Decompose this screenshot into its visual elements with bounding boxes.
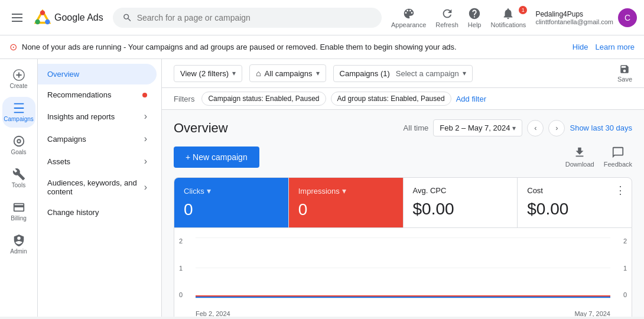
campaigns-icon	[12, 102, 25, 115]
create-label: Create	[9, 83, 27, 90]
appearance-label: Appearance	[391, 21, 426, 28]
goals-label: Goals	[11, 149, 26, 156]
sidebar-item-insights[interactable]: Insights and reports ›	[38, 105, 157, 128]
clicks-dropdown-icon[interactable]: ▾	[207, 186, 211, 196]
sidebar-item-change-history[interactable]: Change history	[38, 202, 157, 223]
billing-label: Billing	[11, 215, 27, 222]
grid-line-mid	[196, 268, 610, 268]
notification-text: None of your ads are running - Your camp…	[22, 43, 568, 51]
avg-cpc-metric-card: Avg. CPC $0.00	[404, 178, 518, 227]
hamburger-menu[interactable]	[7, 9, 27, 27]
campaigns-select-dropdown[interactable]: Campaigns (1) Select a campaign ▾	[333, 65, 473, 82]
account-email: clinttfontanella@gmail.com	[535, 18, 613, 25]
notifications-icon	[502, 7, 515, 20]
avg-cpc-header: Avg. CPC	[413, 186, 508, 195]
y-label-2-right: 2	[623, 237, 627, 245]
feedback-button[interactable]: Feedback	[604, 146, 632, 168]
filters-bar: Filters Campaign status: Enabled, Paused…	[162, 88, 644, 110]
nav-item-tools[interactable]: Tools	[2, 163, 35, 194]
logo-text: Google Ads	[54, 12, 103, 23]
sidebar-item-assets[interactable]: Assets ›	[38, 150, 157, 172]
feedback-label: Feedback	[604, 161, 632, 168]
metrics-row: Clicks ▾ 0 Impressions ▾ 0 Avg. CPC	[174, 177, 632, 228]
account-info[interactable]: Pedaling4Pups clinttfontanella@gmail.com…	[535, 8, 637, 27]
search-icon	[122, 12, 132, 23]
sidebar-insights-label: Insights and reports	[47, 112, 115, 121]
refresh-icon	[441, 7, 454, 20]
impressions-header: Impressions ▾	[298, 186, 393, 196]
select-campaign-placeholder: Select a campaign	[396, 69, 459, 78]
view-filters-dropdown[interactable]: View (2 filters) ▾	[174, 65, 242, 82]
impressions-metric-card: Impressions ▾ 0	[289, 178, 404, 227]
x-label-end: May 7, 2024	[574, 310, 610, 317]
download-button[interactable]: Download	[565, 146, 594, 168]
sidebar-change-history-label: Change history	[47, 208, 99, 217]
avg-cpc-value: $0.00	[413, 200, 508, 219]
campaign-status-filter[interactable]: Campaign status: Enabled, Paused	[201, 92, 326, 106]
notifications-button[interactable]: 1 Notifications	[490, 7, 526, 28]
assets-chevron-icon: ›	[144, 156, 147, 167]
campaigns-select-chevron-icon: ▾	[463, 69, 466, 77]
y-label-0-right: 0	[623, 291, 627, 298]
save-icon	[619, 64, 630, 74]
nav-item-campaigns[interactable]: Campaigns	[2, 97, 35, 128]
clicks-label: Clicks	[184, 187, 204, 196]
feedback-icon	[612, 146, 625, 159]
nav-item-billing[interactable]: Billing	[2, 196, 35, 227]
date-picker[interactable]: Feb 2 – May 7, 2024 ▾	[433, 119, 522, 136]
nav-item-create[interactable]: Create	[2, 64, 35, 95]
save-button[interactable]: Save	[617, 64, 632, 83]
hide-button[interactable]: Hide	[573, 43, 588, 51]
all-campaigns-label: All campaigns	[265, 69, 313, 78]
tools-label: Tools	[12, 182, 25, 189]
date-controls: All time Feb 2 – May 7, 2024 ▾ ‹ › Show …	[404, 119, 632, 136]
view-filters-chevron-icon: ▾	[232, 69, 236, 77]
sidebar-assets-label: Assets	[47, 157, 70, 166]
sidebar-overview-label: Overview	[47, 70, 79, 79]
cost-metric-card: Cost $0.00 ⋮	[518, 178, 632, 227]
help-button[interactable]: Help	[468, 7, 482, 28]
date-range-value: Feb 2 – May 7, 2024	[440, 123, 510, 132]
sidebar-item-recommendations[interactable]: Recommendations	[38, 84, 157, 105]
add-filter-button[interactable]: Add filter	[456, 95, 486, 103]
nav-item-goals[interactable]: Goals	[2, 130, 35, 161]
date-next-button[interactable]: ›	[548, 120, 565, 136]
learn-more-button[interactable]: Learn more	[596, 43, 635, 51]
icon-nav: Create Campaigns Goals Tools	[0, 59, 38, 317]
account-name: Pedaling4Pups	[535, 10, 613, 18]
notification-bar: ⊙ None of your ads are running - Your ca…	[0, 35, 644, 59]
show-30-link[interactable]: Show last 30 days	[570, 123, 632, 132]
search-bar[interactable]	[113, 8, 382, 28]
header-right: Appearance Refresh Help 1 Notifications …	[391, 7, 637, 28]
all-campaigns-dropdown[interactable]: ⌂ All campaigns ▾	[249, 64, 326, 82]
y-label-0-left: 0	[179, 291, 183, 298]
adgroup-status-filter[interactable]: Ad group status: Enabled, Paused	[331, 92, 451, 106]
main-layout: Create Campaigns Goals Tools	[0, 59, 644, 317]
overview-header: Overview All time Feb 2 – May 7, 2024 ▾ …	[174, 119, 632, 136]
sidebar-item-overview[interactable]: Overview	[38, 64, 157, 84]
nav-item-admin[interactable]: Admin	[2, 229, 35, 260]
campaigns-select-label: Campaigns (1)	[340, 69, 390, 78]
insights-chevron-icon: ›	[144, 111, 147, 122]
notification-actions: Hide Learn more	[573, 43, 635, 51]
sidebar-item-audiences[interactable]: Audiences, keywords, and content ›	[38, 172, 157, 202]
create-icon	[12, 69, 25, 82]
campaigns-chevron-icon: ›	[144, 134, 147, 144]
new-campaign-button[interactable]: + New campaign	[174, 147, 259, 168]
download-icon	[573, 146, 586, 159]
avg-cpc-label: Avg. CPC	[413, 186, 447, 195]
impressions-dropdown-icon[interactable]: ▾	[342, 186, 346, 196]
sidebar: Overview Recommendations Insights and re…	[38, 59, 162, 317]
clicks-header: Clicks ▾	[184, 186, 279, 196]
refresh-button[interactable]: Refresh	[435, 7, 458, 28]
search-input[interactable]	[137, 13, 372, 22]
metric-more-button[interactable]: ⋮	[615, 184, 626, 197]
recommendations-dot	[142, 93, 147, 97]
filters-label: Filters	[174, 95, 194, 103]
sidebar-item-campaigns[interactable]: Campaigns ›	[38, 128, 157, 150]
date-prev-button[interactable]: ‹	[527, 120, 544, 136]
all-campaigns-chevron-icon: ▾	[316, 69, 320, 77]
tools-icon	[12, 168, 25, 181]
account-details-text: Pedaling4Pups clinttfontanella@gmail.com	[535, 10, 613, 25]
appearance-button[interactable]: Appearance	[391, 7, 426, 28]
